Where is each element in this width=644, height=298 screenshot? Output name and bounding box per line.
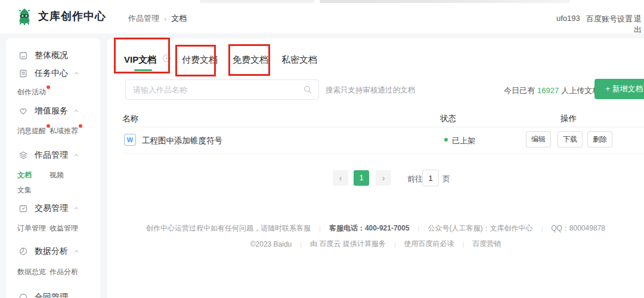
search-input[interactable] — [125, 79, 319, 100]
upload-stat: 今日已有16927人上传文档 — [504, 85, 600, 96]
breadcrumb-separator: › — [164, 14, 166, 23]
chevron-up-icon[interactable] — [73, 152, 79, 158]
footer-separator: ｜ — [416, 224, 422, 233]
footer-read-first-link[interactable]: 使用百度前必读 — [404, 239, 454, 249]
top-header: 文库创作中心 作品管理 › 文档 ufo193 百度账号设置 退出 — [0, 0, 644, 33]
search-icon[interactable] — [303, 85, 312, 94]
sidebar-item-private-recommend[interactable]: 私域推荐 — [49, 125, 82, 137]
sidebar-item-data-overview[interactable]: 数据总览 — [17, 266, 46, 278]
goto-page-suffix: 页 — [442, 174, 450, 185]
sidebar-item-documents-active[interactable]: 文档 — [17, 169, 32, 181]
footer-copyright-line: ©2023 Baidu ｜ 由 百度云 提供计算服务 ｜ 使用百度前必读 ｜ 百… — [107, 239, 644, 249]
footer-copyright: ©2023 Baidu — [250, 240, 292, 248]
footer-qq: QQ：800049878 — [551, 223, 605, 234]
sidebar-item-earnings[interactable]: 收益管理 — [49, 222, 78, 234]
tab-paid-docs[interactable]: 付费文档 — [182, 54, 218, 65]
download-button[interactable]: 下载 — [558, 131, 583, 148]
sidebar-item-creation-activity[interactable]: 创作活动 — [17, 86, 50, 98]
footer-separator: ｜ — [538, 224, 545, 233]
table-header-divider — [122, 127, 644, 127]
footer-phone: 客服电话：400-921-7005 — [329, 223, 410, 234]
contract-icon — [18, 293, 28, 298]
notification-dot — [47, 85, 50, 89]
prev-page-button[interactable]: ‹ — [333, 170, 348, 186]
sidebar-subrow: 消息提醒 私域推荐 — [6, 125, 100, 137]
table-row-divider — [122, 153, 644, 153]
delete-button[interactable]: 删除 — [587, 131, 612, 148]
pie-chart-icon — [18, 247, 28, 256]
layers-icon — [18, 150, 28, 160]
sidebar-group-trade[interactable]: 交易管理 — [6, 202, 100, 214]
tab-vip-docs[interactable]: VIP文档 — [124, 54, 156, 65]
column-header-status: 状态 — [440, 113, 456, 124]
sidebar-group-value-added[interactable]: 增值服务 — [6, 105, 100, 117]
footer-cloud: 由 百度云 提供计算服务 — [310, 239, 386, 249]
tab-free-docs[interactable]: 免费文档 — [233, 54, 268, 65]
search-hint-text: 搜索只支持审核通过的文档 — [326, 85, 415, 96]
word-doc-icon: W — [124, 134, 136, 146]
footer-support-line: 创作中心运营过程中如有任何问题，请随时联系客服 ｜ 客服电话：400-921-7… — [107, 223, 644, 234]
current-page-button[interactable]: 1 — [354, 170, 369, 186]
info-icon[interactable]: i — [163, 54, 171, 62]
sidebar-subrow: 数据总览 作品分析 — [6, 266, 100, 278]
chevron-up-icon[interactable] — [73, 70, 79, 76]
sidebar-item-label: 整体概况 — [35, 50, 68, 61]
sidebar-group-works[interactable]: 作品管理 — [6, 149, 100, 161]
footer-wechat: 公众号(人工客服)：文库创作中心 — [428, 223, 532, 234]
goto-page-input[interactable] — [422, 170, 439, 186]
account-settings-link[interactable]: 百度账号设置 — [586, 14, 633, 24]
goto-page-label: 前往 — [407, 174, 423, 185]
heart-icon — [18, 106, 28, 116]
sidebar-group-label: 作品管理 — [35, 150, 68, 161]
browser-edge-artifact — [200, 0, 314, 3]
username-link[interactable]: ufo193 — [556, 14, 580, 23]
sidebar-group-label: 数据分析 — [35, 246, 68, 257]
sidebar-item-videos[interactable]: 视频 — [49, 169, 64, 181]
sidebar-item-orders[interactable]: 订单管理 — [17, 222, 46, 234]
new-document-button[interactable]: + 新增文档 — [595, 79, 644, 99]
breadcrumb-current: 文档 — [171, 13, 187, 24]
next-page-button[interactable]: › — [376, 170, 391, 186]
footer-support-text: 创作中心运营过程中如有任何问题，请随时联系客服 — [146, 223, 311, 234]
footer-marketing-link[interactable]: 百度营销 — [472, 239, 501, 249]
app-title: 文库创作中心 — [38, 9, 106, 23]
sidebar-group-label: 增值服务 — [35, 106, 68, 116]
sidebar-group-tasks[interactable]: 任务中心 — [6, 67, 100, 79]
sidebar-group-label: 交易管理 — [35, 203, 68, 214]
main-content: VIP文档 i 付费文档 免费文档 私密文档 搜索只支持审核通过的文档 今日已有… — [107, 38, 644, 298]
sidebar-group-label: 任务中心 — [35, 68, 68, 79]
upload-count: 16927 — [537, 86, 559, 95]
overview-icon — [18, 51, 28, 60]
chevron-up-icon[interactable] — [73, 108, 79, 114]
footer-separator: ｜ — [317, 224, 323, 233]
sidebar-item-message-reminder[interactable]: 消息提醒 — [17, 125, 50, 137]
sidebar: 整体概况 任务中心 创作活动 增值服务 消息提醒 私域推荐 作品管理 — [6, 38, 100, 298]
search-box — [125, 79, 319, 100]
chevron-up-icon[interactable] — [73, 205, 79, 211]
sidebar-subrow: 文集 — [6, 184, 100, 196]
column-header-name: 名称 — [122, 113, 138, 124]
active-tab-underline — [134, 69, 152, 71]
footer-separator: ｜ — [460, 239, 467, 248]
app-logo[interactable]: 文库创作中心 — [16, 7, 106, 25]
notification-dot — [79, 124, 82, 128]
breadcrumb-parent[interactable]: 作品管理 — [128, 13, 159, 24]
status-badge: 已上架 — [452, 136, 475, 146]
footer-separator: ｜ — [392, 239, 398, 248]
squid-mascot-icon — [16, 7, 33, 25]
status-dot — [444, 138, 448, 142]
sidebar-item-overview[interactable]: 整体概况 — [6, 50, 100, 62]
sidebar-group-label: 合同管理 — [35, 292, 68, 298]
logout-link[interactable]: 退出 — [634, 14, 644, 35]
tab-private-docs[interactable]: 私密文档 — [281, 54, 317, 65]
sidebar-item-collections[interactable]: 文集 — [17, 184, 32, 196]
sidebar-subrow: 订单管理 收益管理 — [6, 222, 100, 234]
sidebar-item-works-analysis[interactable]: 作品分析 — [49, 266, 78, 278]
edit-button[interactable]: 编辑 — [526, 131, 551, 148]
sidebar-group-analytics[interactable]: 数据分析 — [6, 245, 100, 257]
browser-edge-artifact — [320, 0, 570, 3]
document-title[interactable]: 工程图中添加锥度符号 — [142, 136, 222, 146]
order-box-icon — [18, 204, 28, 213]
chevron-up-icon[interactable] — [73, 248, 79, 254]
sidebar-group-contracts[interactable]: 合同管理 — [6, 291, 100, 298]
